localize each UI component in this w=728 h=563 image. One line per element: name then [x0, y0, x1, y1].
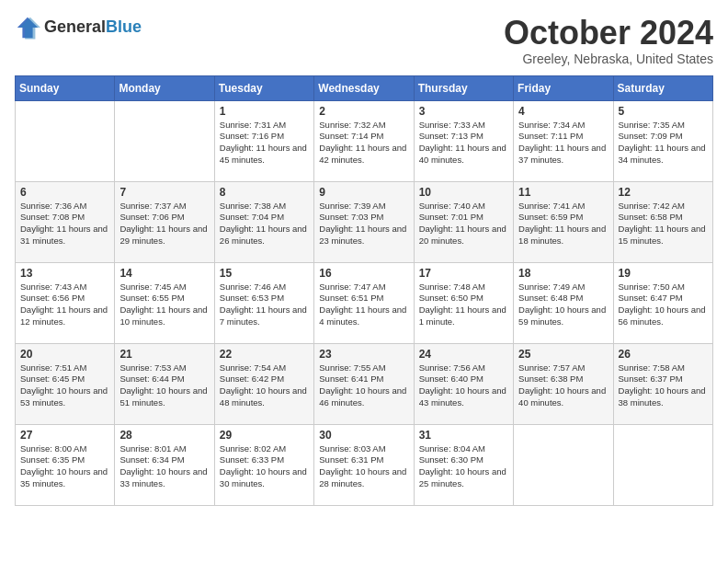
day-info: Sunrise: 7:56 AM Sunset: 6:40 PM Dayligh… — [419, 362, 508, 409]
day-number: 30 — [319, 429, 408, 442]
day-number: 2 — [319, 105, 408, 118]
logo-icon — [15, 15, 40, 40]
day-of-week-header: Friday — [514, 75, 613, 100]
day-info: Sunrise: 7:48 AM Sunset: 6:50 PM Dayligh… — [419, 282, 508, 328]
calendar-day-cell — [514, 424, 613, 505]
day-info: Sunrise: 7:41 AM Sunset: 6:59 PM Dayligh… — [518, 201, 608, 247]
day-number: 12 — [619, 186, 708, 199]
calendar-day-cell: 18Sunrise: 7:49 AM Sunset: 6:48 PM Dayli… — [514, 262, 613, 343]
day-info: Sunrise: 8:04 AM Sunset: 6:30 PM Dayligh… — [419, 443, 508, 490]
page-header: GeneralBlue October 2024 Greeley, Nebras… — [15, 15, 713, 66]
day-number: 16 — [319, 267, 408, 280]
calendar-day-cell: 23Sunrise: 7:55 AM Sunset: 6:41 PM Dayli… — [314, 343, 414, 424]
calendar-day-cell: 11Sunrise: 7:41 AM Sunset: 6:59 PM Dayli… — [514, 181, 613, 262]
day-info: Sunrise: 7:54 AM Sunset: 6:42 PM Dayligh… — [220, 362, 309, 409]
calendar-day-cell: 26Sunrise: 7:58 AM Sunset: 6:37 PM Dayli… — [613, 343, 712, 424]
day-info: Sunrise: 8:02 AM Sunset: 6:33 PM Dayligh… — [220, 443, 309, 490]
day-number: 24 — [419, 348, 508, 361]
day-info: Sunrise: 7:49 AM Sunset: 6:48 PM Dayligh… — [518, 282, 608, 328]
day-info: Sunrise: 7:42 AM Sunset: 6:58 PM Dayligh… — [619, 201, 708, 247]
calendar-header-row: SundayMondayTuesdayWednesdayThursdayFrid… — [16, 75, 713, 100]
day-number: 19 — [619, 267, 708, 280]
calendar-day-cell: 24Sunrise: 7:56 AM Sunset: 6:40 PM Dayli… — [414, 343, 513, 424]
day-of-week-header: Saturday — [613, 75, 712, 100]
calendar-week-row: 13Sunrise: 7:43 AM Sunset: 6:56 PM Dayli… — [16, 262, 713, 343]
day-info: Sunrise: 7:58 AM Sunset: 6:37 PM Dayligh… — [619, 362, 708, 409]
day-number: 6 — [20, 186, 109, 199]
day-of-week-header: Monday — [115, 75, 214, 100]
day-number: 20 — [20, 348, 109, 361]
day-info: Sunrise: 7:36 AM Sunset: 7:08 PM Dayligh… — [20, 201, 109, 247]
calendar-day-cell: 13Sunrise: 7:43 AM Sunset: 6:56 PM Dayli… — [16, 262, 115, 343]
calendar-day-cell: 9Sunrise: 7:39 AM Sunset: 7:03 PM Daylig… — [314, 181, 414, 262]
day-info: Sunrise: 7:51 AM Sunset: 6:45 PM Dayligh… — [20, 362, 109, 409]
day-of-week-header: Wednesday — [314, 75, 414, 100]
day-info: Sunrise: 7:47 AM Sunset: 6:51 PM Dayligh… — [319, 282, 408, 328]
day-info: Sunrise: 8:01 AM Sunset: 6:34 PM Dayligh… — [119, 443, 209, 490]
day-info: Sunrise: 7:55 AM Sunset: 6:41 PM Dayligh… — [319, 362, 408, 409]
calendar-day-cell: 20Sunrise: 7:51 AM Sunset: 6:45 PM Dayli… — [16, 343, 115, 424]
calendar-day-cell: 22Sunrise: 7:54 AM Sunset: 6:42 PM Dayli… — [214, 343, 313, 424]
calendar-day-cell: 3Sunrise: 7:33 AM Sunset: 7:13 PM Daylig… — [414, 100, 513, 181]
day-number: 14 — [119, 267, 209, 280]
calendar-day-cell: 21Sunrise: 7:53 AM Sunset: 6:44 PM Dayli… — [115, 343, 214, 424]
day-info: Sunrise: 7:53 AM Sunset: 6:44 PM Dayligh… — [119, 362, 209, 409]
calendar-day-cell: 17Sunrise: 7:48 AM Sunset: 6:50 PM Dayli… — [414, 262, 513, 343]
calendar-day-cell: 6Sunrise: 7:36 AM Sunset: 7:08 PM Daylig… — [16, 181, 115, 262]
calendar-day-cell — [115, 100, 214, 181]
day-info: Sunrise: 7:38 AM Sunset: 7:04 PM Dayligh… — [220, 201, 309, 247]
calendar-day-cell: 5Sunrise: 7:35 AM Sunset: 7:09 PM Daylig… — [613, 100, 712, 181]
day-number: 5 — [619, 105, 708, 118]
day-number: 23 — [319, 348, 408, 361]
calendar-day-cell: 7Sunrise: 7:37 AM Sunset: 7:06 PM Daylig… — [115, 181, 214, 262]
day-number: 1 — [220, 105, 309, 118]
day-number: 26 — [619, 348, 708, 361]
day-info: Sunrise: 7:40 AM Sunset: 7:01 PM Dayligh… — [419, 201, 508, 247]
day-info: Sunrise: 7:37 AM Sunset: 7:06 PM Dayligh… — [119, 201, 209, 247]
calendar-day-cell: 30Sunrise: 8:03 AM Sunset: 6:31 PM Dayli… — [314, 424, 414, 505]
calendar-day-cell: 29Sunrise: 8:02 AM Sunset: 6:33 PM Dayli… — [214, 424, 313, 505]
day-number: 8 — [220, 186, 309, 199]
calendar-day-cell: 12Sunrise: 7:42 AM Sunset: 6:58 PM Dayli… — [613, 181, 712, 262]
day-of-week-header: Tuesday — [214, 75, 313, 100]
day-number: 27 — [20, 429, 109, 442]
day-info: Sunrise: 7:34 AM Sunset: 7:11 PM Dayligh… — [518, 120, 608, 167]
logo: GeneralBlue — [15, 15, 142, 40]
calendar-day-cell: 16Sunrise: 7:47 AM Sunset: 6:51 PM Dayli… — [314, 262, 414, 343]
calendar-day-cell: 15Sunrise: 7:46 AM Sunset: 6:53 PM Dayli… — [214, 262, 313, 343]
location: Greeley, Nebraska, United States — [504, 52, 713, 66]
calendar-day-cell: 4Sunrise: 7:34 AM Sunset: 7:11 PM Daylig… — [514, 100, 613, 181]
calendar-day-cell: 8Sunrise: 7:38 AM Sunset: 7:04 PM Daylig… — [214, 181, 313, 262]
day-number: 15 — [220, 267, 309, 280]
day-number: 18 — [518, 267, 608, 280]
calendar-day-cell: 10Sunrise: 7:40 AM Sunset: 7:01 PM Dayli… — [414, 181, 513, 262]
day-number: 3 — [419, 105, 508, 118]
day-number: 11 — [518, 186, 608, 199]
calendar-day-cell: 27Sunrise: 8:00 AM Sunset: 6:35 PM Dayli… — [16, 424, 115, 505]
day-number: 22 — [220, 348, 309, 361]
calendar-day-cell — [16, 100, 115, 181]
calendar-week-row: 1Sunrise: 7:31 AM Sunset: 7:16 PM Daylig… — [16, 100, 713, 181]
day-info: Sunrise: 7:39 AM Sunset: 7:03 PM Dayligh… — [319, 201, 408, 247]
logo-text: GeneralBlue — [44, 18, 142, 37]
day-info: Sunrise: 8:00 AM Sunset: 6:35 PM Dayligh… — [20, 443, 109, 490]
day-info: Sunrise: 7:46 AM Sunset: 6:53 PM Dayligh… — [220, 282, 309, 328]
title-area: October 2024 Greeley, Nebraska, United S… — [504, 15, 713, 66]
calendar-table: SundayMondayTuesdayWednesdayThursdayFrid… — [15, 75, 713, 506]
day-number: 25 — [518, 348, 608, 361]
day-number: 13 — [20, 267, 109, 280]
calendar-day-cell: 19Sunrise: 7:50 AM Sunset: 6:47 PM Dayli… — [613, 262, 712, 343]
day-number: 9 — [319, 186, 408, 199]
calendar-day-cell: 25Sunrise: 7:57 AM Sunset: 6:38 PM Dayli… — [514, 343, 613, 424]
day-info: Sunrise: 7:32 AM Sunset: 7:14 PM Dayligh… — [319, 120, 408, 167]
day-of-week-header: Sunday — [16, 75, 115, 100]
day-number: 7 — [119, 186, 209, 199]
logo-blue: Blue — [106, 17, 142, 36]
calendar-day-cell — [613, 424, 712, 505]
day-info: Sunrise: 7:50 AM Sunset: 6:47 PM Dayligh… — [619, 282, 708, 328]
day-info: Sunrise: 7:31 AM Sunset: 7:16 PM Dayligh… — [220, 120, 309, 167]
calendar-week-row: 20Sunrise: 7:51 AM Sunset: 6:45 PM Dayli… — [16, 343, 713, 424]
day-number: 17 — [419, 267, 508, 280]
calendar-day-cell: 2Sunrise: 7:32 AM Sunset: 7:14 PM Daylig… — [314, 100, 414, 181]
day-number: 10 — [419, 186, 508, 199]
